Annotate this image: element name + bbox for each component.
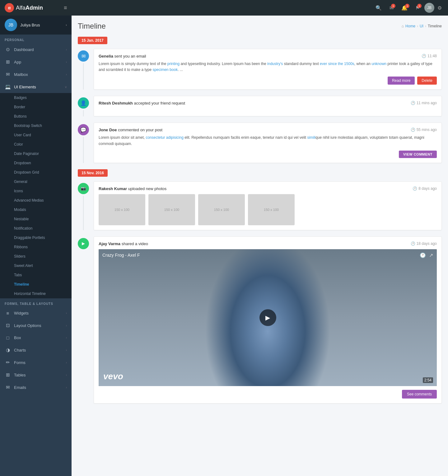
timeline-card-photos: Rakesh Kumar uploaded new photos 🕐 8 day… — [94, 181, 442, 230]
sidebar-item-forms[interactable]: ✏ Forms › — [0, 356, 72, 369]
sidebar-item-emails[interactable]: ✉ Emails › — [0, 381, 72, 394]
layout-icon: ⊡ — [5, 323, 11, 328]
sidebar-label-layout: Layout Options — [14, 323, 63, 328]
unknown-link[interactable]: unknown — [371, 62, 386, 66]
timeline-card-time-2: 🕐 11 mins ago — [411, 101, 437, 105]
widgets-icon: ≡ — [5, 310, 11, 316]
sidebar-sub-dropdown-grid[interactable]: Dropdown Grid — [0, 168, 72, 177]
photo-3[interactable]: 150 x 100 — [198, 194, 245, 225]
video-thumbnail: Crazy Frog - Axel F 🕐 ↗ ▶ vevo 2:54 — [99, 249, 437, 386]
photo-4[interactable]: 150 x 100 — [248, 194, 295, 225]
sidebar-sub-advanced-medias[interactable]: Advanced Medias — [0, 196, 72, 205]
sidebar-sub-nestable[interactable]: Nestable — [0, 214, 72, 224]
sidebar-item-tables[interactable]: ⊞ Tables › — [0, 369, 72, 381]
sidebar-item-widgets[interactable]: ≡ Widgets › — [0, 307, 72, 319]
consectetur-link[interactable]: consectetur — [146, 135, 165, 140]
menu-toggle-button[interactable]: ≡ — [61, 3, 70, 13]
sender-name: Genelia — [99, 54, 113, 58]
clock-icon-4: 🕐 — [413, 186, 417, 191]
sidebar-item-dashboard[interactable]: ⊙ Dashboard › — [0, 43, 72, 56]
sidebar-sub-bootstrap-switch[interactable]: Bootstrap Switch — [0, 121, 72, 130]
sidebar-user-profile[interactable]: JB Juliya Brus › — [0, 16, 72, 35]
ever-link[interactable]: ever since the 1500s — [320, 62, 354, 66]
sidebar-item-box[interactable]: □ Box › — [0, 332, 72, 344]
sidebar-sub-dropdown[interactable]: Dropdown — [0, 158, 72, 168]
sidebar-label-app: App — [14, 60, 63, 64]
view-comment-button[interactable]: VIEW COMMENT — [399, 151, 437, 158]
sidebar-item-charts[interactable]: ◑ Charts › — [0, 344, 72, 356]
sidebar-sub-badges[interactable]: Badges — [0, 93, 72, 102]
video-share-action: shared a video — [122, 241, 148, 246]
settings-button[interactable]: ⚙ — [436, 2, 443, 13]
photo-1[interactable]: 150 x 100 — [99, 194, 145, 225]
box-icon: □ — [5, 335, 11, 340]
sidebar-label-dashboard: Dashboard — [14, 47, 63, 52]
industry-link[interactable]: industry's — [267, 62, 283, 66]
sidebar-sub-tabs[interactable]: Tabs — [0, 270, 72, 280]
sidebar-sub-icons[interactable]: Icons — [0, 186, 72, 196]
sidebar-label-widgets: Widgets — [14, 311, 63, 315]
sidebar-item-ui-elements[interactable]: 💻 UI Elements ∨ — [0, 81, 72, 93]
sidebar-sub-horizontal-timeline[interactable]: Horizontal Timeline — [0, 289, 72, 298]
sidebar-sub-border[interactable]: Border — [0, 102, 72, 112]
timeline-card-body-3: Lorem ipsum dolor sit amet, consectetur … — [99, 135, 437, 147]
timeline-card-title-4: Rakesh Kumar uploaded new photos — [99, 186, 166, 191]
messages-badge: 1 — [391, 4, 395, 8]
breadcrumb-ui[interactable]: UI — [420, 24, 423, 28]
video-share-icon[interactable]: ↗ — [429, 252, 433, 258]
breadcrumb-home[interactable]: Home — [405, 24, 415, 28]
specimen-link[interactable]: specimen book — [152, 68, 178, 72]
sidebar-sub-color[interactable]: Color — [0, 140, 72, 149]
breadcrumb: ⌂ Home › UI › Timeline — [402, 24, 442, 28]
video-brand: vevo — [103, 371, 123, 381]
simili-link[interactable]: simili — [307, 135, 315, 140]
brand-name: AlfaAdmin — [16, 5, 43, 11]
breadcrumb-sep1: › — [417, 24, 418, 28]
sidebar-sub-notification[interactable]: Notification — [0, 224, 72, 233]
timeline-item-video: ▶ Ajay Varma shared a video 🕐 18 days ag… — [78, 236, 442, 404]
sidebar-personal-label: PERSONAL — [0, 35, 72, 43]
timeline-card-time: 🕐 11:48 — [422, 54, 437, 58]
sidebar-sub-timeline[interactable]: Timeline — [0, 280, 72, 289]
adipisicing-link[interactable]: adipisicing — [166, 135, 184, 140]
date-badge-2: 15 Nov. 2016 — [78, 169, 108, 177]
sidebar-sub-buttons[interactable]: Buttons — [0, 112, 72, 121]
sidebar-sub-sweet-alert[interactable]: Sweet Alert — [0, 261, 72, 270]
sidebar-item-app[interactable]: ⊞ App › — [0, 56, 72, 68]
photo-2[interactable]: 150 x 100 — [148, 194, 195, 225]
alerts-button[interactable]: 🔔 1 — [398, 2, 411, 13]
search-icon: 🔍 — [376, 5, 382, 11]
flags-button[interactable]: ⚑ 1 — [412, 2, 423, 13]
sidebar-sub-user-card[interactable]: User Card — [0, 130, 72, 140]
sidebar-sub-draggable-portlets[interactable]: Draggable Portlets — [0, 233, 72, 242]
sidebar-sub-ribbons[interactable]: Ribbons — [0, 242, 72, 252]
video-clock-icon[interactable]: 🕐 — [420, 252, 426, 258]
sidebar-item-mailbox[interactable]: ✉ Mailbox › — [0, 68, 72, 81]
video-play-button[interactable]: ▶ — [259, 309, 276, 326]
search-button[interactable]: 🔍 — [372, 2, 385, 13]
timeline-card-video: Ajay Varma shared a video 🕐 18 days ago — [94, 236, 442, 404]
timeline-dot-photos: 📷 — [78, 183, 89, 194]
delete-button[interactable]: Delete — [417, 77, 437, 85]
timeline-dot-comment: 💬 — [78, 124, 89, 135]
see-comments-button[interactable]: See comments — [402, 390, 437, 399]
printing-link[interactable]: printing — [167, 62, 180, 66]
ui-elements-icon: 💻 — [5, 84, 11, 90]
sidebar-item-layout[interactable]: ⊡ Layout Options › — [0, 319, 72, 332]
sidebar-label-box: Box — [14, 335, 63, 340]
alerts-badge: 1 — [405, 4, 409, 8]
sidebar-sub-sliders[interactable]: Sliders — [0, 252, 72, 261]
timeline-card-time-4: 🕐 8 days ago — [413, 186, 437, 191]
sidebar-sub-date-paginator[interactable]: Date Paginator — [0, 149, 72, 158]
sidebar-sub-modals[interactable]: Modals — [0, 205, 72, 214]
timeline-card-header-3: Jone Doe commented on your post 🕐 55 min… — [99, 128, 437, 132]
timeline-card-comment: Jone Doe commented on your post 🕐 55 min… — [94, 123, 442, 163]
read-more-button[interactable]: Read more — [388, 77, 415, 85]
page-title: Timeline — [78, 22, 106, 30]
user-avatar[interactable]: JB — [424, 3, 434, 13]
timeline-item-email: ✉ Genelia sent you an email 🕐 11:48 — [78, 49, 442, 90]
chevron-right-icon: › — [66, 386, 67, 389]
logo-icon: α — [5, 3, 14, 12]
messages-button[interactable]: ✉ 1 — [386, 2, 397, 13]
sidebar-sub-general[interactable]: General — [0, 177, 72, 186]
